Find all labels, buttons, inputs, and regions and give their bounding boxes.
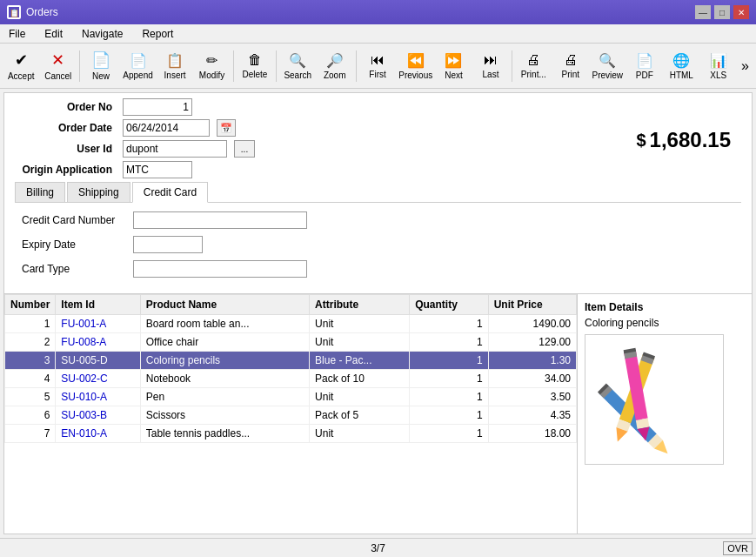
order-no-input[interactable] [123, 98, 192, 116]
print-button[interactable]: 🖨 Print... [516, 46, 552, 86]
cc-expiry-input[interactable] [133, 236, 203, 253]
separator-2 [233, 50, 234, 82]
pdf-icon: 📄 [636, 52, 653, 69]
table-row[interactable]: 5 SU-010-A Pen Unit 1 3.50 [5, 388, 577, 406]
cc-number-row: Credit Card Number [22, 211, 734, 229]
cell-quantity: 1 [410, 333, 489, 352]
cell-item-id: FU-001-A [56, 315, 140, 333]
cell-attribute: Unit [310, 315, 410, 333]
calendar-button[interactable]: 📅 [217, 119, 236, 137]
toolbar: ✔ Accept ✕ Cancel 📄 New 📄 Append 📋 Inser… [0, 44, 756, 89]
next-button[interactable]: ⏩ Next [436, 46, 472, 86]
new-button[interactable]: 📄 New [84, 46, 119, 86]
preview-button[interactable]: 🔍 Preview [590, 46, 626, 86]
cell-item-id: SU-010-A [56, 388, 140, 406]
app-title: Orders [26, 6, 58, 18]
tab-shipping[interactable]: Shipping [67, 182, 130, 202]
table-row[interactable]: 7 EN-010-A Table tennis paddles... Unit … [5, 425, 577, 443]
xls-icon: 📊 [710, 52, 727, 69]
separator-4 [356, 50, 357, 82]
print-label: Print... [521, 70, 546, 79]
print2-button[interactable]: 🖨 Print [553, 46, 589, 86]
cell-product-name: Office chair [140, 333, 309, 352]
first-icon: ⏮ [371, 52, 385, 68]
cell-unit-price: 4.35 [488, 406, 576, 425]
table-row[interactable]: 1 FU-001-A Board room table an... Unit 1… [5, 315, 577, 333]
toolbar-more[interactable]: » [738, 55, 753, 77]
cell-quantity: 1 [410, 388, 489, 406]
user-lookup-button[interactable]: ... [234, 140, 255, 158]
cc-type-input[interactable] [133, 260, 307, 278]
delete-button[interactable]: 🗑 Delete [238, 46, 273, 86]
append-label: Append [123, 70, 152, 80]
origin-app-row: Origin Application [11, 161, 636, 178]
origin-app-label: Origin Application [11, 164, 116, 176]
menu-edit[interactable]: Edit [39, 26, 68, 42]
cell-unit-price: 129.00 [488, 333, 576, 352]
tab-billing[interactable]: Billing [15, 182, 65, 202]
minimize-button[interactable]: — [695, 5, 711, 19]
print2-label: Print [562, 70, 580, 79]
search-label: Search [284, 70, 311, 80]
insert-button[interactable]: 📋 Insert [157, 46, 193, 86]
cell-attribute: Unit [310, 388, 410, 406]
item-details-name: Coloring pencils [585, 317, 745, 329]
pdf-button[interactable]: 📄 PDF [627, 46, 663, 86]
cc-type-row: Card Type [22, 260, 734, 278]
first-label: First [369, 70, 385, 79]
menu-navigate[interactable]: Navigate [77, 26, 128, 42]
table-row[interactable]: 3 SU-005-D Coloring pencils Blue - Pac..… [5, 352, 577, 370]
order-date-input[interactable] [123, 119, 210, 137]
cell-quantity: 1 [410, 370, 489, 388]
cell-product-name: Board room table an... [140, 315, 309, 333]
search-button[interactable]: 🔍 Search [280, 46, 316, 86]
last-button[interactable]: ⏭ Last [473, 46, 509, 86]
cell-item-id: SU-005-D [56, 352, 140, 370]
status-bar: 3/7 OVR [0, 538, 756, 557]
overwrite-indicator: OVR [723, 541, 753, 555]
cell-item-id: SU-003-B [56, 406, 140, 425]
separator-1 [79, 50, 80, 82]
col-unit-price: Unit Price [488, 295, 576, 315]
append-icon: 📄 [130, 52, 147, 69]
xls-button[interactable]: 📊 XLS [701, 46, 737, 86]
menu-report[interactable]: Report [137, 26, 178, 42]
cancel-button[interactable]: ✕ Cancel [41, 46, 77, 86]
tab-credit-card[interactable]: Credit Card [132, 182, 208, 203]
cell-attribute: Unit [310, 425, 410, 443]
menu-file[interactable]: File [3, 26, 30, 42]
menu-bar: File Edit Navigate Report [0, 24, 756, 44]
user-id-label: User Id [11, 143, 116, 155]
new-label: New [92, 71, 110, 81]
search-icon: 🔍 [289, 52, 306, 69]
table-container[interactable]: Number Item Id Product Name Attribute Qu… [4, 294, 578, 534]
zoom-icon: 🔎 [326, 52, 344, 69]
col-attribute: Attribute [310, 295, 410, 315]
first-button[interactable]: ⏮ First [360, 46, 396, 86]
tab-bar: Billing Shipping Credit Card [15, 182, 741, 203]
cell-product-name: Pen [140, 388, 309, 406]
cell-item-id: SU-002-C [56, 370, 140, 388]
accept-button[interactable]: ✔ Accept [3, 46, 39, 86]
cell-unit-price: 3.50 [488, 388, 576, 406]
table-row[interactable]: 4 SU-002-C Notebook Pack of 10 1 34.00 [5, 370, 577, 388]
maximize-button[interactable]: □ [714, 5, 730, 19]
append-button[interactable]: 📄 Append [120, 46, 156, 86]
close-button[interactable]: ✕ [733, 5, 749, 19]
cell-num: 6 [5, 406, 56, 425]
origin-app-input[interactable] [123, 161, 192, 178]
separator-5 [512, 50, 512, 82]
cc-number-input[interactable] [133, 211, 307, 229]
zoom-button[interactable]: 🔎 Zoom [317, 46, 352, 86]
cc-expiry-label: Expiry Date [22, 238, 126, 251]
user-id-input[interactable] [123, 140, 227, 158]
html-button[interactable]: 🌐 HTML [664, 46, 699, 86]
cell-num: 7 [5, 425, 56, 443]
previous-button[interactable]: ⏪ Previous [397, 46, 434, 86]
pdf-label: PDF [636, 70, 653, 80]
cell-num: 1 [5, 315, 56, 333]
table-row[interactable]: 2 FU-008-A Office chair Unit 1 129.00 [5, 333, 577, 352]
print2-icon: 🖨 [564, 52, 578, 68]
modify-button[interactable]: ✏ Modify [194, 46, 230, 86]
table-row[interactable]: 6 SU-003-B Scissors Pack of 5 1 4.35 [5, 406, 577, 425]
